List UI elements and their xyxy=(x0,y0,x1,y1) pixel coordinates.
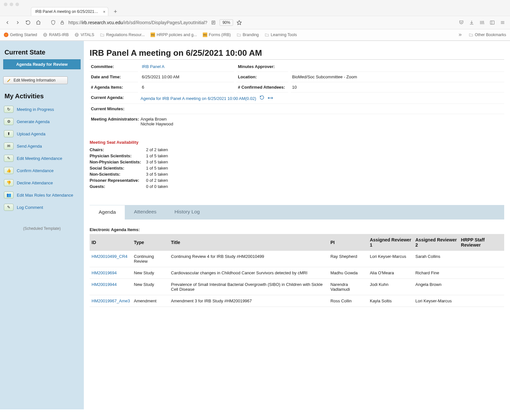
current-minutes-value xyxy=(139,106,503,111)
bookmarks-toolbar: Getting Started RAMS-IRB VITALS Regulati… xyxy=(0,29,510,41)
bookmark-regulations[interactable]: Regulations Resour... xyxy=(100,33,145,37)
download-icon[interactable] xyxy=(469,20,475,25)
bookmark-learning-tools[interactable]: Learning Tools xyxy=(265,33,297,37)
close-tab-icon[interactable]: × xyxy=(103,9,105,14)
seat-value: 1 of 5 taken xyxy=(146,166,168,171)
table-row: HM20019944New StudyPrevalence of Small I… xyxy=(90,279,504,295)
label-location: Location: xyxy=(237,72,288,82)
seat-row: Non-Scientists:3 of 5 taken xyxy=(90,171,504,177)
agenda-items-value: 6 xyxy=(141,82,234,93)
activity-item: 👥Edit Max Roles for Attendance xyxy=(3,189,81,201)
seat-value: 1 of 5 taken xyxy=(146,153,168,158)
activity-link[interactable]: Confirm Attendance xyxy=(17,168,54,173)
col-reviewer1: Assigned Reviewer 1 xyxy=(368,234,413,251)
menu-icon[interactable] xyxy=(500,20,505,25)
activity-link[interactable]: Decline Attendance xyxy=(17,181,53,185)
table-row: HM20019967_Ame3AmendmentAmendment 3 for … xyxy=(90,295,504,307)
seat-availability-heading: Meeting Seat Availability xyxy=(90,140,504,145)
folder-icon xyxy=(237,33,241,37)
zoom-window-icon[interactable] xyxy=(15,3,19,6)
library-icon[interactable] xyxy=(479,20,485,25)
seat-value: 3 of 5 taken xyxy=(146,160,168,164)
globe-icon xyxy=(43,33,47,37)
browser-tab[interactable]: IRB Panel A meeting on 6/25/2021 1… × xyxy=(31,7,108,16)
svg-rect-10 xyxy=(490,21,494,24)
committee-link[interactable]: IRB Panel A xyxy=(142,64,164,69)
label-meeting-admins: Meeting Administrators: xyxy=(91,117,139,126)
back-icon[interactable] xyxy=(5,20,10,25)
swap-icon[interactable] xyxy=(268,96,273,101)
activity-icon: ✎ xyxy=(4,155,14,162)
reload-icon[interactable] xyxy=(25,20,31,25)
activity-icon: ✉ xyxy=(4,142,14,150)
current-agenda-link[interactable]: Agenda for IRB Panel A meeting on 6/25/2… xyxy=(141,96,256,101)
activity-link[interactable]: Log Comment xyxy=(17,205,43,210)
agenda-title: Prevalence of Small Intestinal Bacterial… xyxy=(169,279,329,295)
activity-link[interactable]: Meeting in Progress xyxy=(17,107,54,112)
bookmark-overflow-icon[interactable] xyxy=(457,32,463,38)
new-tab-button[interactable]: + xyxy=(111,7,120,16)
tab-history-log[interactable]: History Log xyxy=(165,205,209,219)
home-icon[interactable] xyxy=(35,20,41,25)
pocket-icon[interactable] xyxy=(458,20,464,25)
bookmark-vitals[interactable]: VITALS xyxy=(74,33,94,37)
activity-item: 👎Decline Attendance xyxy=(3,177,81,189)
tab-attendees[interactable]: Attendees xyxy=(125,205,165,219)
bookmark-star-icon[interactable] xyxy=(236,20,242,25)
activity-link[interactable]: Send Agenda xyxy=(17,144,42,149)
shield-icon[interactable] xyxy=(50,20,56,25)
zoom-level[interactable]: 90% xyxy=(220,19,233,26)
activity-link[interactable]: Upload Agenda xyxy=(17,132,45,136)
col-title: Title xyxy=(169,234,329,251)
activity-link[interactable]: Edit Max Roles for Attendance xyxy=(17,193,73,198)
tab-title: IRB Panel A meeting on 6/25/2021 1… xyxy=(35,9,101,14)
activity-icon: 👍 xyxy=(4,167,14,174)
agenda-id-link[interactable]: HM20019944 xyxy=(92,282,117,287)
agenda-rev1: Lori Keyser-Marcus xyxy=(368,251,413,267)
seat-label: Prisoner Representative: xyxy=(90,178,146,183)
svg-marker-5 xyxy=(237,20,241,24)
activity-item: 👍Confirm Attendance xyxy=(3,164,81,177)
close-window-icon[interactable] xyxy=(4,3,7,6)
activity-link[interactable]: Generate Agenda xyxy=(17,119,50,124)
activity-item: ✎Edit Meeting Attendance xyxy=(3,152,81,164)
label-current-minutes: Current Minutes: xyxy=(91,106,139,111)
agenda-id-link[interactable]: HM20010499_CR4 xyxy=(92,254,127,259)
activity-icon: ⬆ xyxy=(4,130,14,137)
minimize-window-icon[interactable] xyxy=(10,3,13,6)
seat-label: Physician Scientists: xyxy=(90,153,146,158)
activity-item: ✉Send Agenda xyxy=(3,140,81,152)
activity-link[interactable]: Edit Meeting Attendance xyxy=(17,156,62,161)
forward-icon[interactable] xyxy=(15,20,21,25)
reader-mode-icon[interactable] xyxy=(211,20,216,25)
lock-icon[interactable] xyxy=(59,20,65,25)
bookmark-hrpp[interactable]: vcu HRPP policies and g... xyxy=(151,33,197,37)
sidebar-toggle-icon[interactable] xyxy=(489,20,495,25)
firefox-icon xyxy=(4,33,8,37)
seat-value: 0 of 0 taken xyxy=(146,184,168,189)
agenda-id-link[interactable]: HM20019967_Ame3 xyxy=(92,298,130,303)
agenda-staff xyxy=(459,279,504,295)
other-bookmarks[interactable]: Other Bookmarks xyxy=(469,33,506,37)
seat-label: Non-Scientists: xyxy=(90,172,146,177)
bookmark-rams-irb[interactable]: RAMS-IRB xyxy=(43,33,69,37)
history-icon[interactable] xyxy=(260,96,266,101)
col-reviewer2: Assigned Reviewer 2 xyxy=(413,234,459,251)
content-tabs: Agenda Attendees History Log xyxy=(90,205,504,220)
agenda-id-link[interactable]: HM20019694 xyxy=(92,270,117,275)
seat-row: Social Scientists:1 of 5 taken xyxy=(90,165,504,171)
label-minutes-approver: Minutes Approver: xyxy=(237,62,288,72)
bookmark-branding[interactable]: Branding xyxy=(237,33,259,37)
location-value: BioMed/Soc Subcommittee - Zoom xyxy=(291,72,504,82)
edit-meeting-info-button[interactable]: Edit Meeting Information xyxy=(3,76,68,84)
label-committee: Committee: xyxy=(90,62,138,72)
agenda-rev1: Alia O'Meara xyxy=(368,267,413,279)
agenda-type: New Study xyxy=(132,267,169,279)
bookmark-forms-irb[interactable]: vcu Forms (IRB) xyxy=(203,33,231,37)
tab-agenda[interactable]: Agenda xyxy=(90,205,125,220)
address-bar[interactable]: https://irb.research.vcu.edu/irb/sd/Room… xyxy=(68,20,207,25)
bookmark-getting-started[interactable]: Getting Started xyxy=(4,33,37,37)
activity-icon: ✎ xyxy=(4,204,14,211)
agenda-section-label: Electronic Agenda Items: xyxy=(90,227,504,232)
seat-label: Social Scientists: xyxy=(90,166,146,171)
